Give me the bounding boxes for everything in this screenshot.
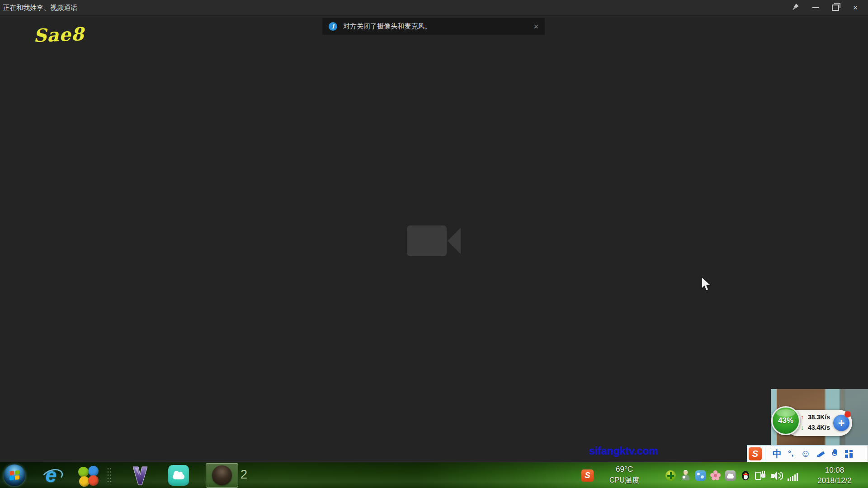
system-tray — [665, 469, 799, 482]
handwriting-icon[interactable] — [817, 450, 825, 458]
cup-icon — [683, 476, 685, 479]
upload-speed-row: ↑ 38.3K/s — [801, 413, 830, 421]
sogou-logo-icon[interactable]: S — [749, 447, 762, 460]
voice-input-icon[interactable] — [831, 449, 839, 458]
sae8-logo: Sae8 — [33, 23, 85, 46]
volume-icon[interactable] — [771, 470, 783, 481]
screen: 正在和我姓李、视频通话 × i — [0, 0, 868, 488]
windows-flag-icon — [9, 470, 19, 480]
cpu-temp-value: 69°C — [599, 464, 649, 475]
network-signal-icon[interactable] — [788, 470, 799, 481]
cpu-temp-label: CPU温度 — [599, 475, 649, 486]
emoji-icon[interactable]: ☺ — [801, 448, 811, 460]
upload-speed: 38.3K/s — [808, 413, 830, 421]
upload-arrow-icon: ↑ — [801, 413, 808, 421]
grid-icon — [845, 450, 853, 458]
qq-penguin-tray-icon[interactable] — [740, 470, 750, 481]
url-watermark: sifangktv.com — [589, 445, 658, 457]
start-button[interactable] — [4, 465, 25, 486]
window-controls: × — [786, 0, 865, 15]
notification-text: 对方关闭了摄像头和麦克风。 — [343, 22, 431, 31]
person-tray-icon[interactable] — [680, 470, 691, 481]
blue-ball-icon — [88, 466, 99, 476]
download-speed-row: ↓ 43.4K/s — [801, 424, 830, 431]
sogou-taskbar-icon[interactable]: S — [581, 469, 594, 482]
minimize-icon — [812, 7, 819, 8]
memory-percent-ball[interactable]: 43% — [771, 406, 800, 435]
microphone-icon — [831, 449, 839, 458]
purple-v-app-icon[interactable] — [130, 465, 150, 488]
blue-bubbles-tray-icon[interactable] — [695, 470, 706, 481]
close-button[interactable]: × — [845, 0, 865, 15]
mouse-cursor — [700, 276, 712, 295]
cpu-temperature-widget[interactable]: 69°C CPU温度 — [599, 464, 649, 486]
download-speed: 43.4K/s — [808, 424, 830, 431]
clock-date: 2018/12/2 — [807, 475, 862, 486]
avatar — [212, 465, 232, 485]
cloud-icon — [727, 475, 734, 479]
clock-time: 10:08 — [807, 465, 862, 475]
green-ball-icon — [78, 467, 89, 477]
camera-off-icon — [406, 223, 462, 261]
taskbar-clock[interactable]: 10:08 2018/12/2 — [807, 465, 862, 486]
ie-ring-icon — [40, 466, 65, 486]
notification-close-icon[interactable]: × — [533, 23, 538, 31]
ime-menu-icon[interactable] — [845, 450, 853, 458]
restore-button[interactable] — [826, 0, 845, 15]
notification-dot — [844, 411, 851, 418]
close-icon: × — [853, 4, 858, 12]
pin-icon — [792, 3, 800, 13]
ime-punctuation-toggle[interactable]: °, — [788, 449, 794, 458]
internet-explorer-icon[interactable]: e — [41, 465, 61, 486]
plus-icon: + — [838, 417, 845, 430]
red-ball-icon — [88, 475, 99, 486]
ime-toolbar: S 中 °, ☺ — [747, 445, 868, 462]
pencil-icon — [817, 450, 825, 458]
cloud-sync-app-icon[interactable] — [168, 465, 189, 486]
restore-icon — [832, 5, 839, 11]
download-arrow-icon: ↓ — [801, 424, 808, 431]
pin-button[interactable] — [786, 0, 806, 15]
cloud-icon — [173, 474, 184, 479]
minimize-button[interactable] — [806, 0, 826, 15]
antivirus-tray-icon[interactable] — [665, 470, 676, 481]
taskbar-separator — [107, 467, 112, 484]
memory-percent: 43% — [778, 416, 793, 425]
flower-tray-icon[interactable] — [710, 470, 721, 481]
task-badge: 2 — [241, 468, 247, 482]
gray-cloud-tray-icon[interactable] — [725, 470, 736, 481]
video-call-area: i 对方关闭了摄像头和麦克风。 × Sae8 sifangktv.com ↑ 3… — [0, 16, 868, 462]
notification-bar: i 对方关闭了摄像头和麦克风。 × — [322, 18, 545, 35]
power-plug-icon[interactable] — [755, 470, 767, 481]
ime-divider — [765, 447, 765, 460]
window-titlebar: 正在和我姓李、视频通话 × — [0, 0, 868, 16]
info-icon: i — [329, 22, 337, 31]
window-title: 正在和我姓李、视频通话 — [3, 0, 77, 15]
active-video-call-task-button[interactable] — [206, 463, 238, 488]
taskbar: e 2 — [0, 462, 868, 488]
four-circles-app-icon[interactable] — [78, 466, 99, 487]
ime-language-toggle[interactable]: 中 — [773, 448, 782, 460]
